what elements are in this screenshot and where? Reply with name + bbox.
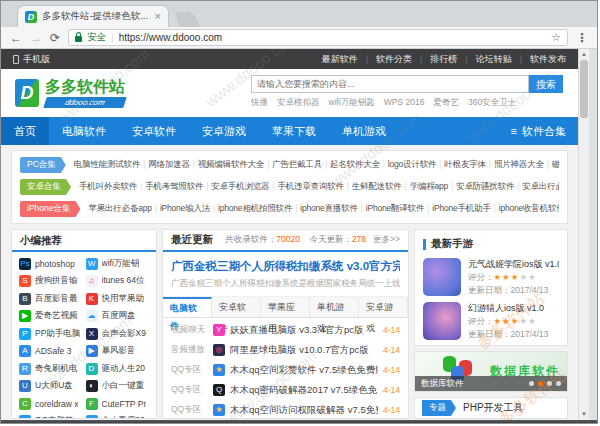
url-text[interactable]: https://www.ddooo.com bbox=[119, 32, 546, 43]
collection-link[interactable]: 磁盘碎片整理软件 bbox=[544, 159, 559, 171]
app-link[interactable]: K金山毒霸20 bbox=[86, 413, 153, 420]
list-item[interactable]: QQ专区★木木qq空间彩赞软件 v7.5绿色免费版4-14 bbox=[171, 360, 400, 380]
app-link[interactable]: FCuteFTP Pr bbox=[86, 395, 153, 413]
collection-link[interactable]: 网络加速器 bbox=[140, 159, 190, 171]
topbar-link[interactable]: 软件分类 bbox=[358, 53, 412, 66]
new-tab-button[interactable] bbox=[175, 12, 200, 27]
carousel-dot[interactable] bbox=[529, 381, 534, 386]
collection-link[interactable]: iPhone手机助手 bbox=[424, 203, 490, 215]
app-link[interactable]: ☁百度网盘 bbox=[86, 308, 153, 326]
item-title[interactable]: 木木qq空间彩赞软件 v7.5绿色免费版 bbox=[230, 364, 378, 377]
topbar-link[interactable]: 论坛转贴 bbox=[457, 53, 511, 66]
collection-link[interactable]: 手机考驾照软件 bbox=[137, 181, 203, 193]
collection-link[interactable]: 苹果出行必备app bbox=[88, 203, 151, 215]
scroll-up-icon[interactable]: ▲ bbox=[579, 49, 589, 60]
hot-word-link[interactable]: 快播 bbox=[251, 97, 268, 109]
topbar-link[interactable]: 软件发布 bbox=[512, 53, 566, 66]
iphone-collection-badge[interactable]: iPhone合集 bbox=[20, 201, 80, 217]
list-item[interactable]: QQ专区Q木木qq密码破解器2017 v7.5绿色免费版4-14 bbox=[171, 380, 400, 400]
search-input[interactable] bbox=[251, 75, 529, 93]
collection-link[interactable]: 学编程app bbox=[402, 181, 449, 193]
software-collections-link[interactable]: ≡ 软件合集 bbox=[511, 124, 578, 139]
hot-word-link[interactable]: 安卓模拟器 bbox=[277, 97, 320, 109]
app-link[interactable]: Wwifi万能钥 bbox=[86, 255, 153, 273]
game-item[interactable]: 元气战姬学院ios版 v1.0 评分：★★★★★ 更新日期：2017/4/13 bbox=[423, 258, 559, 297]
more-link[interactable]: 更多>> bbox=[373, 234, 400, 246]
app-link[interactable]: B百度影音最 bbox=[19, 290, 86, 308]
collection-link[interactable]: 电脑性能测试软件 bbox=[74, 159, 140, 171]
app-link[interactable]: D驱动人生20 bbox=[86, 360, 153, 378]
item-title[interactable]: 木木qq密码破解器2017 v7.5绿色免费版 bbox=[230, 384, 378, 397]
browser-tab[interactable]: D 多多软件站-提供绿色软... × bbox=[17, 5, 169, 27]
browser-menu-icon[interactable]: ⋮ bbox=[576, 31, 588, 45]
scroll-down-icon[interactable]: ▼ bbox=[579, 409, 589, 420]
app-link[interactable]: Psphotoshop bbox=[19, 255, 86, 273]
featured-title[interactable]: 广西金税三期个人所得税扣缴系统 v3.0官方完整安装 bbox=[171, 259, 400, 274]
item-title[interactable]: 妖妖直播电脑版 v3.3.4官方pc版 bbox=[230, 324, 378, 337]
item-title[interactable]: 阿里星球电脑版 v10.0.7官方pc版 bbox=[230, 344, 378, 357]
site-logo[interactable]: D 多多软件站 ddooo.com bbox=[15, 79, 125, 108]
topic-title[interactable]: PHP开发工具 bbox=[463, 401, 524, 415]
topbar-link[interactable]: 排行榜 bbox=[412, 53, 457, 66]
collection-link[interactable]: 生鲜配送软件 bbox=[344, 181, 402, 193]
carousel-dot[interactable] bbox=[556, 381, 561, 386]
list-item[interactable]: QQ专区★木木qq空间访问权限破解器 v7.5免费版4-14 bbox=[171, 400, 400, 419]
mobile-version-link[interactable]: 手机版 bbox=[23, 53, 50, 66]
hot-word-link[interactable]: 爱奇艺 bbox=[433, 97, 459, 109]
collection-link[interactable]: iPhone输入法 bbox=[152, 203, 210, 215]
carousel-dot[interactable] bbox=[547, 381, 552, 386]
tab-pc-software[interactable]: 电脑软件 bbox=[163, 297, 212, 317]
app-link[interactable]: R奇兔刷机电 bbox=[19, 360, 86, 378]
collection-link[interactable]: 手机违章查询软件 bbox=[269, 181, 343, 193]
nav-item-apple-download[interactable]: 苹果下载 bbox=[259, 117, 329, 145]
collection-link[interactable]: iPhone翻译软件 bbox=[358, 203, 424, 215]
refresh-icon[interactable]: ⟳ bbox=[50, 32, 60, 44]
app-link[interactable]: ◐小白一键重 bbox=[86, 378, 153, 396]
collection-link[interactable]: 视频编辑软件大全 bbox=[190, 159, 264, 171]
database-software-banner[interactable]: 数据库软件 数据库软件 bbox=[414, 351, 568, 392]
tab-android-games[interactable]: 安卓游戏 bbox=[359, 297, 408, 317]
tab-close-icon[interactable]: × bbox=[155, 11, 161, 22]
featured-article[interactable]: 广西金税三期个人所得税扣缴系统 v3.0官方完整安装 广西金税三期个人所得税扣缴… bbox=[163, 252, 408, 297]
bookmark-star-icon[interactable]: ☆ bbox=[551, 31, 561, 44]
collection-link[interactable]: iphone相机拍照软件 bbox=[210, 203, 292, 215]
collection-link[interactable]: 广告拦截工具 bbox=[264, 159, 322, 171]
collection-link[interactable]: logo设计软件 bbox=[380, 159, 437, 171]
collection-link[interactable]: 安卓手机浏览器 bbox=[203, 181, 269, 193]
app-link[interactable]: ♫itunes 64位 bbox=[86, 273, 153, 291]
page-scrollbar[interactable]: ▲ ▼ bbox=[578, 49, 589, 420]
collection-link[interactable]: 照片神器大全 bbox=[486, 159, 544, 171]
list-item[interactable]: 音频播放◎阿里星球电脑版 v10.0.7官方pc版4-14 bbox=[171, 340, 400, 360]
nav-item-android-games[interactable]: 安卓游戏 bbox=[189, 117, 259, 145]
app-link[interactable]: AADSafe 3 bbox=[19, 343, 86, 361]
game-title[interactable]: 元气战姬学院ios版 v1.0 bbox=[468, 258, 559, 271]
collection-link[interactable]: 手机叫外卖软件 bbox=[79, 181, 137, 193]
nav-item-home[interactable]: 首页 bbox=[1, 117, 49, 145]
app-link[interactable]: ▶暴风影音 bbox=[86, 343, 153, 361]
collection-link[interactable]: 叶根友字体 bbox=[436, 159, 486, 171]
app-link[interactable]: X会声会影X9 bbox=[86, 325, 153, 343]
carousel-dot-active[interactable] bbox=[538, 381, 543, 386]
item-title[interactable]: 木木qq空间访问权限破解器 v7.5免费版 bbox=[230, 404, 378, 417]
nav-item-android-software[interactable]: 安卓软件 bbox=[119, 117, 189, 145]
tab-android-software[interactable]: 安卓软件 bbox=[212, 297, 261, 317]
hot-word-link[interactable]: 360安全卫士 bbox=[468, 97, 516, 109]
pc-collection-badge[interactable]: PC合集 bbox=[20, 157, 66, 173]
android-collection-badge[interactable]: 安卓合集 bbox=[20, 179, 71, 195]
collection-link[interactable]: iphone直播软件 bbox=[292, 203, 358, 215]
nav-item-pc-software[interactable]: 电脑软件 bbox=[49, 117, 119, 145]
nav-item-standalone-games[interactable]: 单机游戏 bbox=[329, 117, 399, 145]
app-link[interactable]: K快用苹果助 bbox=[86, 290, 153, 308]
topic-row[interactable]: 专题 PHP开发工具 bbox=[414, 397, 568, 419]
collection-link[interactable]: 安卓防骚扰软件 bbox=[448, 181, 514, 193]
game-item[interactable]: 幻游猎人ios版 v1.0 评分：★★★★★ 更新日期：2017/4/13 bbox=[423, 302, 559, 341]
tab-standalone-games[interactable]: 单机游戏 bbox=[310, 297, 359, 317]
app-link[interactable]: ▶爱奇艺视频 bbox=[19, 308, 86, 326]
tab-apple-apps[interactable]: 苹果应用 bbox=[261, 297, 310, 317]
collection-link[interactable]: 安卓出行必备app bbox=[514, 181, 559, 193]
hot-word-link[interactable]: wifi万能钥匙 bbox=[329, 97, 375, 109]
app-link[interactable]: UU大师U盘 bbox=[19, 378, 86, 396]
collection-link[interactable]: iphone收音机软件 bbox=[491, 203, 559, 215]
collection-link[interactable]: 起名软件大全 bbox=[322, 159, 380, 171]
address-bar[interactable]: 安全 | https://www.ddooo.com ☆ bbox=[68, 29, 568, 46]
